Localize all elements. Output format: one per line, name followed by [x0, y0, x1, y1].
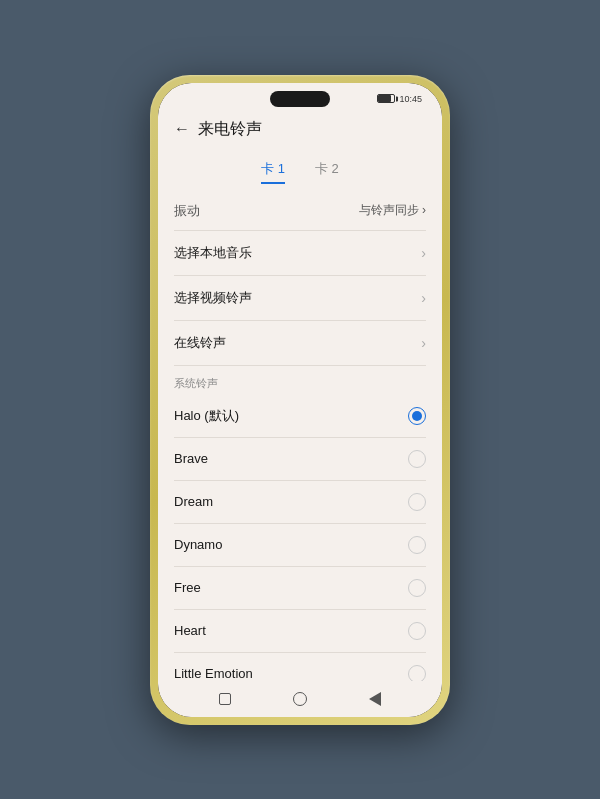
phone-inner: 10:45 ← 来电铃声 卡 1 卡 2 振动 与铃声同步 › [158, 83, 442, 717]
content-area: 振动 与铃声同步 › 选择本地音乐 › 选择视频铃声 › [158, 192, 442, 681]
status-right: 10:45 [377, 94, 422, 104]
nav-recents-button[interactable] [219, 693, 231, 705]
ringtone-row-dream[interactable]: Dream [158, 481, 442, 523]
radio-brave[interactable] [408, 450, 426, 468]
tab-card2[interactable]: 卡 2 [315, 160, 339, 184]
ringtone-label-dynamo: Dynamo [174, 537, 222, 552]
menu-local-music[interactable]: 选择本地音乐 › [158, 231, 442, 275]
radio-halo[interactable] [408, 407, 426, 425]
chevron-icon-2: › [421, 290, 426, 306]
ringtone-label-brave: Brave [174, 451, 208, 466]
radio-heart[interactable] [408, 622, 426, 640]
battery-icon [377, 94, 395, 103]
page-title: 来电铃声 [198, 119, 262, 140]
back-button[interactable]: ← [174, 120, 190, 138]
ringtone-label-free: Free [174, 580, 201, 595]
camera-cutout [270, 91, 330, 107]
menu-video-ringtone[interactable]: 选择视频铃声 › [158, 276, 442, 320]
radio-free[interactable] [408, 579, 426, 597]
system-ringtones-header: 系统铃声 [158, 366, 442, 395]
local-music-label: 选择本地音乐 [174, 244, 252, 262]
ringtone-label-heart: Heart [174, 623, 206, 638]
radio-dream[interactable] [408, 493, 426, 511]
chevron-icon-3: › [421, 335, 426, 351]
online-ringtone-label: 在线铃声 [174, 334, 226, 352]
ringtone-label-little-emotion: Little Emotion [174, 666, 253, 681]
ringtone-row-dynamo[interactable]: Dynamo [158, 524, 442, 566]
vibration-label: 振动 [174, 202, 200, 220]
ringtone-row-free[interactable]: Free [158, 567, 442, 609]
nav-home-button[interactable] [293, 692, 307, 706]
nav-back-button[interactable] [369, 692, 381, 706]
header-title-row: ← 来电铃声 [174, 119, 426, 140]
ringtone-label-dream: Dream [174, 494, 213, 509]
status-bar: 10:45 [158, 83, 442, 115]
video-ringtone-label: 选择视频铃声 [174, 289, 252, 307]
ringtone-row-heart[interactable]: Heart [158, 610, 442, 652]
ringtone-label-halo: Halo (默认) [174, 407, 239, 425]
header: ← 来电铃声 [158, 115, 442, 156]
ringtone-row-halo[interactable]: Halo (默认) [158, 395, 442, 437]
phone-outer: 10:45 ← 来电铃声 卡 1 卡 2 振动 与铃声同步 › [150, 75, 450, 725]
ringtone-row-little-emotion[interactable]: Little Emotion [158, 653, 442, 681]
menu-online-ringtone[interactable]: 在线铃声 › [158, 321, 442, 365]
ringtone-row-brave[interactable]: Brave [158, 438, 442, 480]
bottom-nav [158, 681, 442, 717]
vibration-row[interactable]: 振动 与铃声同步 › [158, 192, 442, 230]
radio-dynamo[interactable] [408, 536, 426, 554]
status-time: 10:45 [399, 94, 422, 104]
tabs-container: 卡 1 卡 2 [158, 156, 442, 192]
radio-little-emotion[interactable] [408, 665, 426, 681]
chevron-icon-1: › [421, 245, 426, 261]
tab-card1[interactable]: 卡 1 [261, 160, 285, 184]
battery-fill [378, 95, 391, 102]
screen: 10:45 ← 来电铃声 卡 1 卡 2 振动 与铃声同步 › [158, 83, 442, 717]
vibration-link[interactable]: 与铃声同步 › [359, 202, 426, 219]
